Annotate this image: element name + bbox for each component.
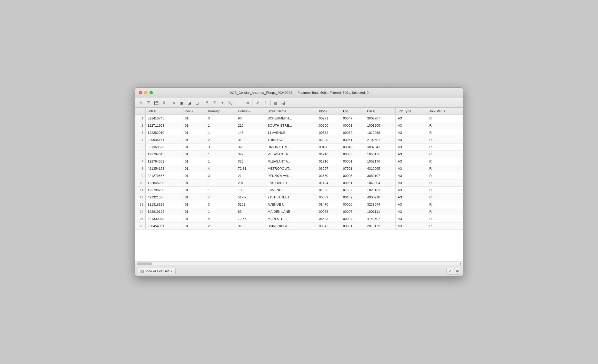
cell-rownum: 10 [135,179,145,187]
cell-house-num: 1335 [236,187,265,194]
status-icons: ⤢ ⊞ [446,268,461,275]
table-row[interactable]: 2 122711903 01 1 210 SOUTH STRE... 00250… [135,122,463,129]
cell-job-num: 421339073 [145,215,183,223]
show-all-features-button[interactable]: Show All Features ▼ [137,268,176,274]
formula-icon[interactable]: ƒ [262,99,269,106]
dock-icon[interactable]: ⊞ [454,268,461,275]
table-row[interactable]: 12 421321055 01 4 51-02 21ST STREET 0003… [135,194,463,201]
h-scrollbar-thumb[interactable] [137,262,152,265]
table-row[interactable]: 15 421339073 01 4 72-66 MAIN STREET 0662… [135,215,463,223]
flash-icon[interactable]: ✦ [219,99,226,106]
scroll-right-btn[interactable]: ▶ [459,262,462,266]
col-header-block[interactable]: Block [317,108,341,115]
cell-job-type: A3 [396,129,427,136]
col-header-bin-num[interactable]: Bin # [365,108,396,115]
cell-bin-num: 1001111 [365,208,396,215]
show-all-dropdown-arrow: ▼ [171,270,173,272]
cell-house-num: 210 [236,122,265,129]
minimize-button[interactable] [144,91,147,94]
edit2-icon[interactable]: ✐ [254,99,261,106]
cell-house-num: 96 [236,115,265,122]
cell-borough: 4 [206,165,236,172]
cell-borough: 1 [206,151,236,158]
grid-icon[interactable]: ▦ [272,99,279,106]
toggle-edit-icon[interactable]: ☰ [145,99,152,106]
cell-bin-num: 1053170 [365,158,396,165]
cell-street-name: UNION STRE... [265,144,317,151]
table-row[interactable]: 9 321279567 01 3 21 PENNSYLVAN... 03660 … [135,172,463,179]
cell-bin-num: 1003205 [365,122,396,129]
col-header-job-num[interactable]: Job # [145,108,183,115]
expand-icon[interactable]: ⤢ [446,268,453,275]
move-top-icon[interactable]: ⊤ [211,99,218,106]
cell-lot: 00049 [341,144,365,151]
cell-job-type: A3 [396,115,427,122]
table-row[interactable]: 11 122799230 01 1 1335 6 AVENUE 01006 07… [135,187,463,194]
table-row[interactable]: 6 122794645 01 1 322 PLEASANT A... 01716… [135,151,463,158]
col-header-job-status[interactable]: Job Status [427,108,463,115]
cell-doc-num: 01 [183,136,206,144]
copy-icon[interactable]: ⧉ [160,99,167,106]
filter-icon[interactable]: ⊻ [203,99,211,106]
col-header-street-name[interactable]: Street Name [265,108,317,115]
cell-lot: 00001 [341,122,365,129]
col-header-lot[interactable]: Lot [341,108,365,115]
cell-doc-num: 01 [183,172,206,179]
cell-house-num: 83 [236,208,265,215]
cell-job-num: 122845298 [145,179,183,187]
table-row[interactable]: 13 321318329 01 3 5102 AVENUE U 08470 00… [135,201,463,208]
pan-icon[interactable]: ⊞ [236,99,244,106]
cell-street-name: SCHERMERH... [265,115,317,122]
table-row[interactable]: 1 321410745 01 3 96 SCHERMERH... 00271 0… [135,115,463,122]
cell-bin-num: 1023163 [365,187,396,194]
cell-lot: 00062 [341,129,365,136]
stats-icon[interactable]: 📊 [280,99,287,106]
save-icon[interactable]: 💾 [153,99,160,106]
table-row[interactable]: 8 421354153 01 4 72-31 METROPOLIT... 030… [135,165,463,172]
close-button[interactable] [139,91,142,94]
cell-street-name: SOUTH STRE... [265,122,317,129]
zoom-icon[interactable]: 🔍 [226,99,234,106]
table-icon [140,270,144,273]
deselect-icon[interactable]: ◫ [193,99,201,106]
cell-lot: 07502 [341,187,365,194]
maximize-button[interactable] [149,91,153,94]
cell-job-status: R [427,187,463,194]
cell-block: 03057 [317,165,341,172]
cell-rownum: 13 [135,201,145,208]
zoom-map-icon[interactable]: ⊕ [244,99,251,106]
cell-block: 01006 [317,187,341,194]
edit-icon[interactable]: ✎ [137,99,144,106]
cell-job-num: 421354153 [145,165,183,172]
table-row[interactable]: 3 122282010 01 1 143 11 AVENUE 00662 000… [135,129,463,136]
select-all-icon[interactable]: ▣ [178,99,185,106]
attribute-table[interactable]: Job # Doc # Borough House # Street Name … [135,108,463,261]
col-header-job-type[interactable]: Job Type [396,108,427,115]
table-row[interactable]: 16 220454951 01 2 3162 BAINBRIDGE ... 03… [135,223,463,230]
cell-house-num: 143 [236,129,265,136]
col-header-doc-num[interactable]: Doc # [183,108,206,115]
delete-selected-icon[interactable]: ✕ [170,99,177,106]
cell-lot: 00001 [341,223,365,230]
table-row[interactable]: 10 122845298 01 1 201 EAST 69TH S... 014… [135,179,463,187]
cell-house-num: 329 [236,144,265,151]
cell-house-num: 51-02 [236,194,265,201]
titlebar: DOB_Cellular_Antenna_Filings_20240923 — … [135,88,463,98]
cell-street-name: METROPOLIT... [265,165,317,172]
cell-borough: 1 [206,187,236,194]
col-header-house-num[interactable]: House # [236,108,265,115]
cell-borough: 3 [206,172,236,179]
cell-doc-num: 01 [183,158,206,165]
cell-job-type: A3 [396,151,427,158]
col-header-borough[interactable]: Borough [206,108,236,115]
table-row[interactable]: 7 122794663 01 1 320 PLEASANT A... 01716… [135,158,463,165]
table-row[interactable]: 4 220535151 01 2 3103 THIRD AVE 02380 00… [135,136,463,144]
cell-job-type: A3 [396,158,427,165]
cell-lot: 00007 [341,208,365,215]
table-row[interactable]: 14 122819192 01 1 83 MAIDEN LANE 00068 0… [135,208,463,215]
invert-selection-icon[interactable]: ◪ [186,99,193,106]
cell-doc-num: 01 [183,194,206,201]
cell-job-status: R [427,208,463,215]
table-row[interactable]: 5 321369620 01 3 329 UNION STRE... 00428… [135,144,463,151]
cell-street-name: 21ST STREET [265,194,317,201]
